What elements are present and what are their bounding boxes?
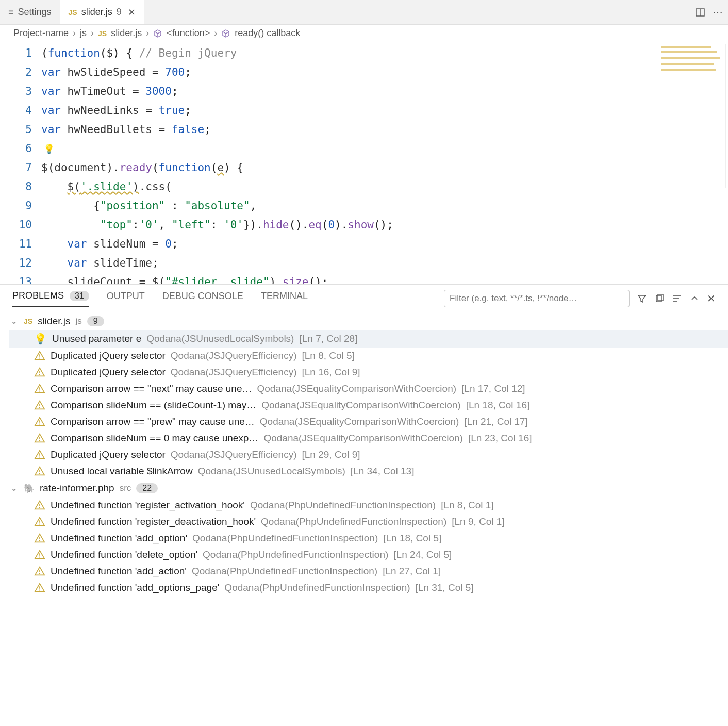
problem-message: Comparison arrow == "next" may cause une…: [51, 383, 252, 394]
tab-settings[interactable]: ≡ Settings: [0, 0, 60, 24]
problem-row[interactable]: Comparison arrow == "next" may cause une…: [9, 381, 728, 397]
function-icon: [153, 29, 162, 38]
folder-label: js: [75, 316, 81, 326]
problem-source: Qodana(JSEqualityComparisonWithCoercion): [257, 383, 457, 394]
warning-icon: [34, 416, 45, 427]
more-icon[interactable]: ⋯: [713, 6, 723, 19]
problem-message: Duplicated jQuery selector: [51, 367, 166, 378]
tab-debug-console[interactable]: DEBUG CONSOLE: [162, 291, 243, 307]
problem-source: Qodana(JSEqualityComparisonWithCoercion): [263, 433, 463, 444]
settings-icon: ≡: [8, 7, 14, 18]
problem-message: Unused parameter e: [52, 333, 141, 344]
bottom-panel: PROBLEMS 31 OUTPUT DEBUG CONSOLE TERMINA…: [0, 284, 728, 726]
problem-location: [Ln 16, Col 9]: [302, 367, 360, 378]
problem-source: Qodana(JSUnusedLocalSymbols): [146, 333, 294, 344]
problem-message: Undefined function 'add_option': [51, 533, 187, 544]
problem-source: Qodana(PhpUndefinedFunctionInspection): [192, 533, 378, 544]
problem-source: Qodana(JSEqualityComparisonWithCoercion): [261, 400, 461, 411]
filter-input[interactable]: [444, 290, 630, 307]
breadcrumb-folder[interactable]: js: [80, 28, 87, 39]
tab-label: slider.js: [81, 7, 112, 18]
php-icon: 🐘: [24, 483, 35, 494]
close-panel-icon[interactable]: ✕: [707, 292, 716, 305]
problem-location: [Ln 21, Col 17]: [464, 416, 528, 427]
problem-message: Comparison slideNum == (slideCount-1) ma…: [51, 400, 256, 411]
file-group-header[interactable]: ⌄JSslider.js js 9: [9, 312, 728, 330]
chevron-right-icon: ›: [91, 28, 94, 39]
problem-row[interactable]: Undefined function 'add_option' Qodana(P…: [9, 530, 728, 547]
problem-message: Duplicated jQuery selector: [51, 350, 166, 361]
breadcrumb-project[interactable]: Project-name: [13, 28, 69, 39]
chevron-up-icon[interactable]: [689, 293, 700, 304]
problem-row[interactable]: Comparison slideNum == 0 may cause unexp…: [9, 430, 728, 447]
problem-source: Qodana(JSEqualityComparisonWithCoercion): [260, 416, 459, 427]
warning-icon: [34, 433, 45, 444]
problem-source: Qodana(JSUnusedLocalSymbols): [198, 466, 345, 477]
file-name: rate-informer.php: [40, 483, 114, 494]
collapse-all-icon[interactable]: [672, 293, 682, 304]
chevron-down-icon[interactable]: ⌄: [9, 317, 19, 326]
svg-point-16: [39, 423, 40, 424]
code-area[interactable]: (function($) { // Begin jQueryvar hwSlid…: [41, 42, 728, 284]
problem-message: Undefined function 'add_options_page': [51, 582, 219, 593]
problem-location: [Ln 27, Col 1]: [383, 566, 441, 577]
copy-icon[interactable]: [654, 293, 665, 304]
tab-label: Settings: [18, 7, 52, 18]
problem-row[interactable]: Undefined function 'register_activation_…: [9, 497, 728, 514]
problem-row[interactable]: Undefined function 'add_action' Qodana(P…: [9, 563, 728, 580]
problem-row[interactable]: Undefined function 'add_options_page' Qo…: [9, 580, 728, 596]
warning-icon: [34, 400, 45, 411]
problem-source: Qodana(PhpUndefinedFunctionInspection): [261, 516, 446, 527]
breadcrumb-file[interactable]: slider.js: [111, 28, 142, 39]
svg-point-18: [39, 440, 40, 441]
problem-row[interactable]: Duplicated jQuery selector Qodana(JSJQue…: [9, 348, 728, 364]
problem-row[interactable]: Undefined function 'register_deactivatio…: [9, 514, 728, 530]
warning-icon: [34, 500, 45, 511]
breadcrumb-callback[interactable]: ready() callback: [235, 28, 300, 39]
file-group-header[interactable]: ⌄🐘rate-informer.php src 22: [9, 480, 728, 497]
chevron-down-icon[interactable]: ⌄: [9, 484, 19, 493]
close-icon[interactable]: ✕: [128, 7, 136, 18]
problems-list[interactable]: ⌄JSslider.js js 9💡Unused parameter e Qod…: [0, 307, 728, 726]
problem-location: [Ln 8, Col 1]: [441, 500, 493, 511]
editor[interactable]: 12345678910111213 (function($) { // Begi…: [0, 42, 728, 284]
filter-icon[interactable]: [637, 293, 647, 304]
problem-location: [Ln 24, Col 5]: [393, 549, 452, 560]
tab-slider-js[interactable]: JS slider.js 9 ✕: [60, 0, 144, 24]
js-icon: JS: [98, 29, 107, 38]
problem-row[interactable]: Comparison slideNum == (slideCount-1) ma…: [9, 397, 728, 414]
tab-output[interactable]: OUTPUT: [107, 291, 145, 307]
problem-row[interactable]: Unused local variable $linkArrow Qodana(…: [9, 463, 728, 480]
problem-row[interactable]: 💡Unused parameter e Qodana(JSUnusedLocal…: [9, 330, 728, 348]
tab-problems[interactable]: PROBLEMS 31: [12, 290, 89, 307]
svg-point-22: [39, 473, 40, 474]
problem-message: Undefined function 'register_activation_…: [51, 500, 245, 511]
problem-row[interactable]: Duplicated jQuery selector Qodana(JSJQue…: [9, 364, 728, 381]
folder-label: src: [120, 483, 131, 493]
dirty-indicator: 9: [117, 7, 122, 18]
js-icon: JS: [24, 317, 32, 325]
problem-row[interactable]: Comparison arrow == "prew" may cause une…: [9, 414, 728, 430]
split-editor-icon[interactable]: [695, 7, 705, 18]
warning-icon: [34, 350, 45, 361]
problem-message: Duplicated jQuery selector: [51, 449, 166, 460]
svg-point-34: [39, 589, 40, 590]
breadcrumb-function[interactable]: <function>: [167, 28, 210, 39]
problem-location: [Ln 18, Col 5]: [383, 533, 441, 544]
chevron-right-icon: ›: [146, 28, 149, 39]
warning-icon: [34, 533, 45, 544]
problem-row[interactable]: Undefined function 'delete_option' Qodan…: [9, 547, 728, 563]
warning-icon: [34, 582, 45, 593]
problem-location: [Ln 17, Col 12]: [461, 383, 525, 394]
tab-terminal[interactable]: TERMINAL: [261, 291, 308, 307]
problem-message: Undefined function 'delete_option': [51, 549, 197, 560]
tabbar-actions: ⋯: [690, 0, 728, 24]
problem-source: Qodana(JSJQueryEfficiency): [171, 449, 297, 460]
svg-point-32: [39, 573, 40, 574]
panel-actions: ✕: [444, 290, 716, 307]
svg-point-28: [39, 540, 40, 541]
problem-source: Qodana(PhpUndefinedFunctionInspection): [224, 582, 410, 593]
minimap[interactable]: [659, 44, 726, 188]
problem-message: Comparison slideNum == 0 may cause unexp…: [51, 433, 258, 444]
problem-row[interactable]: Duplicated jQuery selector Qodana(JSJQue…: [9, 447, 728, 463]
